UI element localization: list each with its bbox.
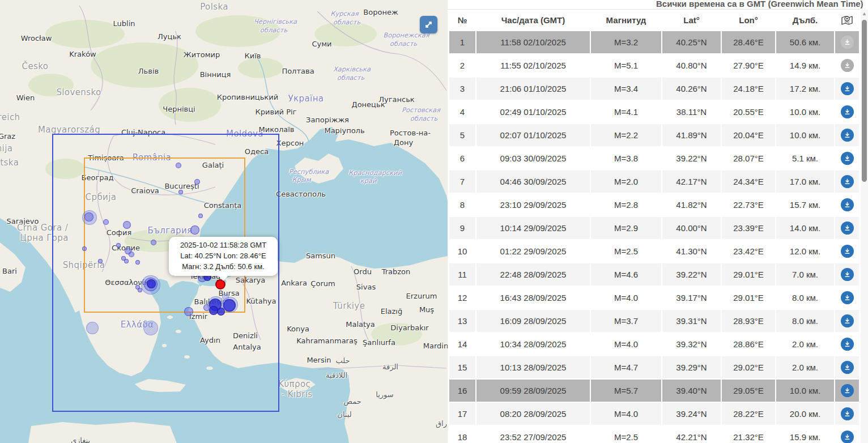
map-label: София: [107, 228, 131, 237]
download-button[interactable]: [841, 384, 854, 397]
earthquake-marker[interactable]: [203, 304, 210, 311]
download-button[interactable]: [841, 198, 854, 211]
earthquake-marker[interactable]: [135, 260, 140, 265]
download-button[interactable]: [841, 36, 854, 49]
earthquake-marker[interactable]: [98, 259, 103, 263]
earthquake-marker[interactable]: [184, 307, 193, 316]
map-label: Србија: [86, 192, 117, 202]
earthquake-marker[interactable]: [176, 163, 181, 168]
earthquake-marker[interactable]: [138, 288, 142, 292]
download-button[interactable]: [841, 129, 854, 142]
scrollbar-up-arrow-icon[interactable]: ▲: [861, 10, 867, 18]
cell-datetime: 10:13 28/09/2025: [476, 356, 590, 378]
quake-table-body: 111:58 02/10/2025M=3.240.25°N28.46°E50.6…: [449, 31, 859, 443]
download-button[interactable]: [841, 245, 854, 258]
download-button[interactable]: [841, 361, 854, 374]
earthquake-marker[interactable]: [198, 214, 203, 218]
table-row[interactable]: 823:10 29/09/2025M=2.841.82°N22.73°E15.7…: [449, 194, 859, 216]
scrollbar-thumb[interactable]: [862, 20, 867, 182]
cell-download: [835, 194, 859, 216]
cell-lon: 28.93°E: [722, 310, 775, 332]
cell-lat: 39.29°N: [662, 356, 721, 378]
download-icon: [844, 224, 851, 232]
cell-lat: 42.21°N: [662, 426, 721, 443]
map[interactable]: PolskaLublinWrocławKrakówЛуцькЖитомирКиї…: [0, 0, 448, 443]
cell-datetime: 10:34 28/09/2025: [476, 333, 590, 355]
earthquake-marker[interactable]: [86, 322, 99, 334]
download-icon: [844, 108, 851, 116]
earthquake-marker[interactable]: [217, 308, 225, 316]
cell-lat: 39.22°N: [662, 147, 721, 169]
map-label: România: [133, 152, 171, 163]
table-row[interactable]: 211:55 02/10/2025M=5.140.80°N27.90°E14.9…: [449, 54, 859, 76]
table-row[interactable]: 1122:48 28/09/2025M=4.639.22°N29.01°E7.0…: [449, 263, 859, 286]
download-button[interactable]: [841, 338, 854, 351]
table-row[interactable]: 1001:22 29/09/2025M=2.541.30°N23.42°E12.…: [449, 240, 859, 262]
cell-depth: 50.6 км.: [776, 31, 834, 53]
download-button[interactable]: [841, 82, 854, 95]
table-row[interactable]: 704:46 30/09/2025M=2.042.17°N24.34°E17.0…: [449, 171, 859, 193]
table-row[interactable]: 1216:43 28/09/2025M=4.039.17°N29.01°E8.0…: [449, 287, 859, 309]
cell-magnitude: M=2.9: [591, 217, 661, 239]
cell-datetime: 02:07 01/10/2025: [476, 124, 590, 146]
download-button[interactable]: [841, 431, 854, 443]
map-label: България: [147, 225, 192, 236]
download-button[interactable]: [841, 175, 854, 188]
table-row[interactable]: 1510:13 28/09/2025M=4.739.29°N29.02°E2.0…: [449, 356, 859, 378]
map-label: Чернігівська: [254, 18, 297, 25]
download-button[interactable]: [841, 291, 854, 304]
popup-datetime: 2025-10-02 11:58:28 GMT: [169, 240, 278, 250]
map-label: Trabzon: [382, 267, 411, 276]
cell-lon: 20.55°E: [722, 101, 775, 123]
earthquake-marker[interactable]: [116, 243, 121, 248]
cell-lat: 41.89°N: [662, 124, 721, 146]
table-row[interactable]: 1410:34 28/09/2025M=4.039.32°N28.86°E2.0…: [449, 333, 859, 355]
cell-datetime: 01:22 29/09/2025: [476, 240, 590, 262]
map-label: اللاذقية: [326, 371, 347, 380]
map-label: Elazığ: [381, 307, 402, 316]
table-row[interactable]: 1708:20 28/09/2025M=4.039.24°N28.22°E20.…: [449, 403, 859, 425]
cell-number: 11: [449, 263, 475, 286]
earthquake-marker[interactable]: [178, 190, 183, 194]
cell-lat: 39.40°N: [662, 380, 721, 402]
cell-datetime: 21:06 01/10/2025: [476, 78, 590, 100]
table-row[interactable]: 502:07 01/10/2025M=2.241.89°N20.04°E10.0…: [449, 124, 859, 146]
download-button[interactable]: [841, 314, 854, 327]
map-label: Херсон: [276, 139, 304, 147]
earthquake-marker[interactable]: [143, 321, 158, 335]
earthquake-marker[interactable]: [147, 279, 156, 288]
earthquake-marker[interactable]: [103, 219, 109, 225]
table-row[interactable]: 321:06 01/10/2025M=3.440.26°N24.18°E17.2…: [449, 78, 859, 100]
cell-lon: 29.02°E: [722, 356, 775, 378]
table-row[interactable]: 1609:59 28/09/2025M=5.739.40°N29.05°E10.…: [449, 380, 859, 402]
cell-depth: 8.0 км.: [776, 287, 834, 309]
table-row[interactable]: 1823:52 27/09/2025M=2.542.21°N21.32°E15.…: [449, 426, 859, 443]
download-button[interactable]: [841, 152, 854, 165]
download-button[interactable]: [841, 59, 854, 72]
table-row[interactable]: 1316:09 28/09/2025M=3.739.31°N28.93°E8.0…: [449, 310, 859, 332]
earthquake-marker[interactable]: [82, 246, 87, 251]
scrollbar-track[interactable]: ▲: [861, 10, 868, 443]
cell-download: [835, 356, 859, 378]
table-row[interactable]: 910:14 29/09/2025M=2.940.00°N23.39°E14.0…: [449, 217, 859, 239]
cell-magnitude: M=4.0: [591, 333, 661, 355]
table-row[interactable]: 111:58 02/10/2025M=3.240.25°N28.46°E50.6…: [449, 31, 859, 53]
download-button[interactable]: [841, 105, 854, 118]
earthquake-marker[interactable]: [223, 299, 236, 312]
download-icon: [844, 271, 851, 278]
table-row[interactable]: 609:03 30/09/2025M=3.839.22°N28.07°E5.1 …: [449, 147, 859, 169]
earthquake-marker[interactable]: [194, 179, 200, 185]
earthquake-marker[interactable]: [151, 240, 156, 245]
earthquake-marker[interactable]: [123, 221, 131, 229]
download-button[interactable]: [841, 268, 854, 281]
table-row[interactable]: 402:49 01/10/2025M=4.138.11°N20.55°E10.0…: [449, 101, 859, 123]
earthquake-marker[interactable]: [84, 212, 93, 222]
download-button[interactable]: [841, 407, 854, 420]
map-label: reich: [0, 112, 20, 122]
download-button[interactable]: [841, 222, 854, 235]
map-label: Україна: [288, 93, 324, 104]
earthquake-marker[interactable]: [129, 252, 134, 257]
earthquake-marker[interactable]: [124, 259, 129, 263]
earthquake-marker[interactable]: [190, 225, 199, 235]
map-expand-button[interactable]: [420, 16, 437, 33]
